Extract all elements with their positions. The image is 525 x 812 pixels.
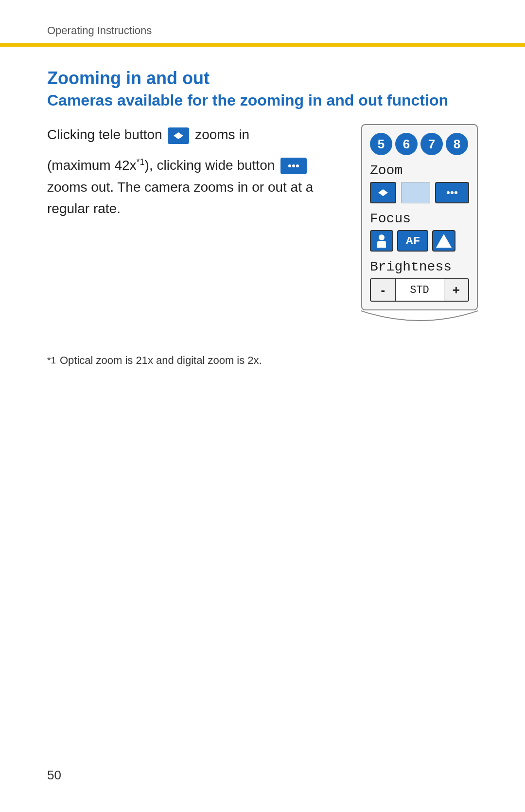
body-text-part2: zooms in	[195, 127, 249, 142]
badge-6: 6	[395, 133, 418, 155]
brightness-std-label: STD	[410, 284, 429, 296]
badge-5: 5	[370, 133, 392, 155]
camera-curve	[361, 310, 478, 330]
main-content: Clicking tele button zooms in (maximum 4…	[47, 124, 478, 330]
content-area: Zooming in and out Cameras available for…	[47, 54, 478, 367]
brightness-row: - STD +	[370, 278, 469, 302]
zoom-tele-button[interactable]	[370, 182, 396, 203]
title-section: Zooming in and out Cameras available for…	[47, 68, 478, 109]
brightness-std-display: STD	[396, 279, 444, 301]
arrow-right-icon	[178, 132, 183, 139]
dot3	[296, 164, 299, 167]
badge-7: 7	[420, 133, 443, 155]
tele-button-icon	[168, 127, 189, 144]
arrow-left-icon	[174, 132, 178, 139]
tele-arrow-left	[378, 189, 383, 196]
wide-dot1	[447, 191, 450, 194]
body-text-part5: zooms out. The camera zooms in or out at…	[47, 180, 313, 217]
svg-marker-0	[436, 234, 452, 248]
wide-button-icon	[280, 158, 307, 174]
mountain-icon	[435, 232, 453, 250]
zoom-label: Zoom	[370, 163, 469, 178]
focus-label: Focus	[370, 211, 469, 226]
badge-8: 8	[446, 133, 468, 155]
camera-panel-inner: 5 6 7 8 Zoom	[361, 124, 478, 310]
brightness-plus-button[interactable]: +	[444, 279, 469, 301]
focus-near-button[interactable]	[370, 230, 393, 252]
person-icon	[377, 235, 386, 248]
focus-far-button[interactable]	[432, 230, 455, 252]
dot1	[288, 164, 291, 167]
footnote: *1 Optical zoom is 21x and digital zoom …	[47, 354, 478, 367]
top-bar	[0, 43, 525, 47]
body-text-part4: ), clicking wide button	[145, 158, 275, 173]
zoom-spacer	[401, 182, 430, 203]
page-number: 50	[47, 768, 61, 783]
page-title-line2: Cameras available for the zooming in and…	[47, 91, 478, 109]
curve-svg	[361, 310, 478, 330]
body-text-part3: (maximum 42x	[47, 158, 137, 173]
af-button[interactable]: AF	[397, 230, 428, 252]
footnote-mark: *1	[47, 355, 56, 367]
brightness-label: Brightness	[370, 259, 469, 274]
footnote-sup: *1	[137, 157, 145, 166]
focus-row: AF	[370, 230, 469, 252]
body-text-part1: Clicking tele button	[47, 127, 162, 142]
brightness-plus-label: +	[453, 283, 460, 298]
zoom-wide-button[interactable]	[435, 182, 469, 203]
person-body	[377, 241, 386, 248]
brightness-minus-label: -	[381, 283, 385, 298]
camera-panel: 5 6 7 8 Zoom	[361, 124, 478, 330]
num-badges-row: 5 6 7 8	[370, 133, 469, 155]
left-text-block: Clicking tele button zooms in (maximum 4…	[47, 124, 361, 220]
af-label: AF	[405, 235, 420, 247]
tele-arrow-right	[383, 189, 388, 196]
page-title-line1: Zooming in and out	[47, 68, 478, 89]
brightness-minus-button[interactable]: -	[371, 279, 396, 301]
person-head	[379, 235, 385, 240]
header-label: Operating Instructions	[47, 24, 152, 37]
footnote-text: Optical zoom is 21x and digital zoom is …	[60, 354, 262, 367]
wide-dot2	[451, 191, 454, 194]
wide-dot3	[455, 191, 457, 194]
dot2	[292, 164, 295, 167]
zoom-row	[370, 182, 469, 203]
